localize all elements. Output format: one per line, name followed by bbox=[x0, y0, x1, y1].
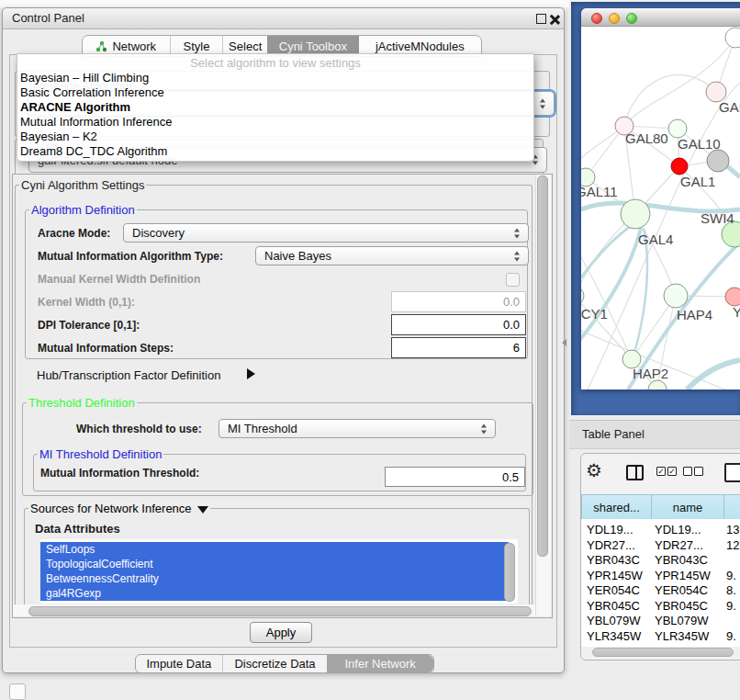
table-hscrollbar-thumb[interactable] bbox=[592, 648, 734, 657]
network-node[interactable] bbox=[668, 119, 687, 138]
network-node[interactable] bbox=[725, 28, 740, 48]
mi-threshold-title: MI Threshold Definition bbox=[38, 447, 163, 461]
table-row[interactable]: YBR045CYBR045C9. bbox=[581, 599, 740, 614]
aracne-mode-combo[interactable]: Discovery bbox=[123, 223, 529, 243]
float-window-icon[interactable] bbox=[536, 14, 546, 24]
cyni-settings-title: Cyni Algorithm Settings bbox=[19, 178, 146, 192]
attributes-list[interactable]: SelfLoopsTopologicalCoefficientBetweenne… bbox=[40, 539, 518, 604]
table-cell: 9. bbox=[726, 629, 736, 643]
table-row[interactable]: YDL19...YDL19...13 bbox=[581, 523, 740, 537]
attribute-item[interactable]: TopologicalCoefficient bbox=[40, 557, 509, 571]
split-table-icon[interactable] bbox=[626, 465, 644, 480]
table-row[interactable]: YER054CYER054C8. bbox=[581, 583, 740, 598]
close-icon[interactable] bbox=[550, 15, 559, 24]
algorithm-definition-title: Algorithm Definition bbox=[29, 203, 137, 217]
splitpane-grip-icon[interactable] bbox=[562, 339, 566, 346]
unselect-all-icon2[interactable] bbox=[694, 467, 703, 476]
dpi-tolerance-label: DPI Tolerance [0,1]: bbox=[38, 319, 140, 332]
popup-item[interactable]: Bayesian – Hill Climbing bbox=[20, 71, 149, 85]
table-cell: YBR043C bbox=[655, 553, 708, 567]
sources-title: Sources for Network Inference bbox=[28, 502, 210, 515]
network-window[interactable]: GAL2GAL80GAL10GAL1GAL11SWI4GAL4GCY1HAP4Y… bbox=[581, 8, 740, 390]
collapsed-panel-icon[interactable] bbox=[9, 683, 26, 700]
attribute-item[interactable]: SelfLoops bbox=[40, 542, 509, 557]
network-node[interactable] bbox=[621, 199, 650, 229]
table-cell: YDR27... bbox=[655, 538, 703, 552]
table-row[interactable]: YPR145WYPR145W9. bbox=[581, 569, 740, 583]
apply-button[interactable]: Apply bbox=[250, 622, 312, 643]
network-node-label: GAL10 bbox=[678, 136, 721, 152]
network-node-label: GAL11 bbox=[581, 184, 618, 199]
network-node-label: GCY1 bbox=[581, 306, 608, 322]
table-cell: YER054C bbox=[587, 583, 640, 597]
table-panel-titlebar: Table Panel bbox=[569, 420, 740, 449]
kernel-width-label: Kernel Width (0,1): bbox=[38, 296, 135, 309]
popup-item[interactable]: Bayesian – K2 bbox=[20, 130, 97, 143]
table-cell: YBR045C bbox=[587, 599, 640, 613]
mi-steps-label: Mutual Information Steps: bbox=[38, 342, 174, 355]
tab-discretize-data[interactable]: Discretize Data bbox=[222, 655, 328, 672]
zoom-traffic-light[interactable] bbox=[626, 13, 637, 24]
top-strip bbox=[0, 0, 569, 7]
sources-collapse-icon[interactable] bbox=[197, 506, 208, 514]
table-cell: YPR145W bbox=[655, 569, 711, 582]
mi-threshold-label: Mutual Information Threshold: bbox=[40, 467, 199, 480]
kernel-width-field[interactable]: 0.0 bbox=[391, 291, 526, 312]
popup-placeholder: Select algorithm to view settings bbox=[17, 56, 533, 70]
mi-threshold-field[interactable]: 0.5 bbox=[385, 467, 525, 487]
aracne-mode-label: Aracne Mode: bbox=[38, 227, 110, 240]
network-window-titlebar[interactable] bbox=[581, 8, 740, 27]
table-cell: YBL079W bbox=[655, 614, 709, 627]
dpi-tolerance-field[interactable]: 0.0 bbox=[391, 314, 526, 335]
column-header-name[interactable]: name bbox=[651, 494, 724, 520]
column-header-3[interactable] bbox=[723, 494, 740, 520]
mi-type-combo[interactable]: Naive Bayes bbox=[255, 246, 529, 265]
tab-impute-data[interactable]: Impute Data bbox=[136, 655, 222, 672]
table-row[interactable]: YDR27...YDR27...12 bbox=[581, 538, 740, 553]
popup-item[interactable]: Mutual Information Inference bbox=[20, 115, 172, 129]
manual-kernel-label: Manual Kernel Width Definition bbox=[38, 273, 200, 286]
unselect-all-icon[interactable] bbox=[683, 467, 692, 476]
popup-item[interactable]: Dream8 DC_TDC Algorithm bbox=[20, 144, 167, 158]
manual-kernel-checkbox[interactable] bbox=[506, 273, 520, 287]
control-panel-titlebar[interactable]: Control Panel bbox=[3, 8, 564, 29]
network-node[interactable] bbox=[725, 288, 740, 306]
table-cell: YPR145W bbox=[587, 569, 643, 582]
gear-icon[interactable]: ⚙ bbox=[586, 459, 602, 481]
network-canvas[interactable]: GAL2GAL80GAL10GAL1GAL11SWI4GAL4GCY1HAP4Y… bbox=[581, 27, 740, 390]
popup-item[interactable]: Basic Correlation Inference bbox=[20, 85, 164, 99]
network-node-label: SWI4 bbox=[701, 210, 734, 226]
network-node[interactable] bbox=[664, 284, 688, 308]
attribute-item[interactable]: BetweennessCentrality bbox=[40, 571, 509, 586]
table-panel-title: Table Panel bbox=[582, 427, 645, 441]
settings-hscrollbar-thumb[interactable] bbox=[28, 606, 532, 616]
hub-expand-arrow-icon[interactable] bbox=[247, 368, 255, 379]
mi-steps-field[interactable]: 6 bbox=[391, 337, 526, 358]
bottom-tabbar: Impute Data Discretize Data Infer Networ… bbox=[135, 654, 434, 673]
which-threshold-combo[interactable]: MI Threshold bbox=[219, 419, 496, 438]
close-traffic-light[interactable] bbox=[591, 13, 602, 24]
column-header-shared[interactable]: shared... bbox=[581, 494, 652, 520]
table-row[interactable]: YLR345WYLR345W9. bbox=[581, 629, 740, 644]
table-cell: 9. bbox=[726, 569, 736, 582]
select-all-check-icon2[interactable]: ✓ bbox=[667, 467, 677, 476]
attribute-item[interactable]: gal4RGexp bbox=[40, 586, 509, 601]
table-box: ⚙ ✓ ✓ shared... name YDL19...YDL19...13Y… bbox=[580, 453, 740, 660]
network-node[interactable] bbox=[671, 158, 688, 175]
table-cell: 12 bbox=[726, 538, 739, 552]
network-node[interactable] bbox=[707, 150, 729, 172]
minimize-traffic-light[interactable] bbox=[609, 13, 620, 24]
network-node[interactable] bbox=[581, 287, 584, 305]
new-column-icon[interactable] bbox=[724, 463, 740, 482]
network-node-label: GAL1 bbox=[680, 174, 715, 189]
table-row[interactable]: YBR043CYBR043C bbox=[581, 553, 740, 568]
settings-vscrollbar-thumb[interactable] bbox=[537, 175, 548, 557]
attributes-list-scrollbar[interactable] bbox=[504, 543, 515, 602]
network-node-label: GAL4 bbox=[638, 231, 673, 247]
popup-item[interactable]: ARACNE Algorithm bbox=[20, 100, 130, 114]
table-row[interactable]: YBL079WYBL079W bbox=[581, 614, 740, 628]
tab-infer-network[interactable]: Infer Network bbox=[327, 655, 433, 672]
select-all-check-icon[interactable]: ✓ bbox=[656, 467, 666, 476]
data-attributes-label: Data Attributes bbox=[35, 522, 120, 536]
table-cell: 13 bbox=[726, 523, 739, 536]
